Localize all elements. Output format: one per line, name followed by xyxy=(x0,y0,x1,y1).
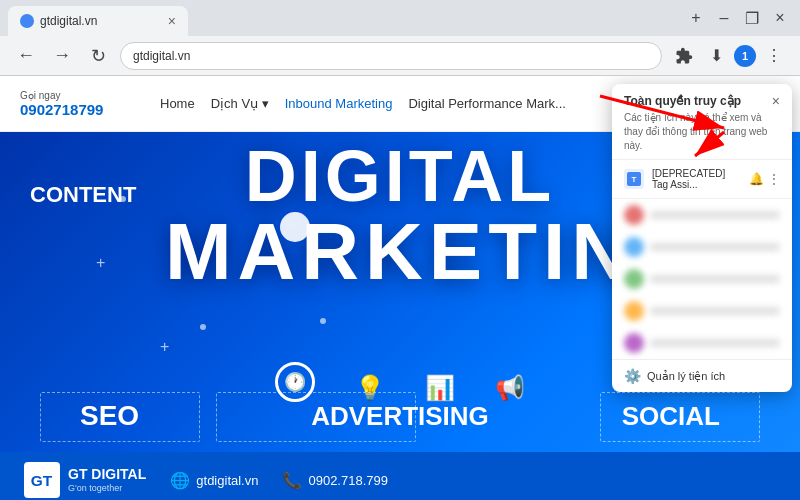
popup-more-button[interactable]: ⋮ xyxy=(768,172,780,186)
new-tab-button[interactable]: + xyxy=(684,6,708,30)
tab-favicon xyxy=(20,14,34,28)
hero-dot-2 xyxy=(200,324,206,330)
popup-close-button[interactable]: × xyxy=(772,94,780,108)
footer-logo-name: GT DIGITAL xyxy=(68,465,146,483)
svg-text:GT: GT xyxy=(31,472,53,489)
browser-tab[interactable]: gtdigital.vn × xyxy=(8,6,188,36)
list-dot-4 xyxy=(624,301,644,321)
hero-seo: SEO xyxy=(80,400,139,432)
footer-phone-info: 📞 0902.718.799 xyxy=(282,471,388,490)
list-dot-5 xyxy=(624,333,644,353)
phone-icon: 📞 xyxy=(282,471,302,490)
extensions-button[interactable] xyxy=(670,42,698,70)
popup-list-item-2 xyxy=(612,231,792,263)
tab-title: gtdigital.vn xyxy=(40,14,162,28)
list-bar-1 xyxy=(650,211,780,219)
webpage: Gọi ngay 0902718799 Home Dịch Vụ ▾ Inbou… xyxy=(0,76,800,500)
globe-icon: 🌐 xyxy=(170,471,190,490)
nav-dich-vu[interactable]: Dịch Vụ ▾ xyxy=(211,96,269,111)
popup-list-item-1 xyxy=(612,199,792,231)
hero-plus-2: + xyxy=(160,338,169,356)
popup-list-item-4 xyxy=(612,295,792,327)
footer-bar: GT GT DIGITAL G'on together 🌐 gtdigital.… xyxy=(0,452,800,500)
minimize-button[interactable]: – xyxy=(712,6,736,30)
nav-links: Home Dịch Vụ ▾ Inbound Marketing Digital… xyxy=(160,96,566,111)
footer-phone: 0902.718.799 xyxy=(308,473,388,488)
list-bar-3 xyxy=(650,275,780,283)
nav-digital-performance[interactable]: Digital Performance Mark... xyxy=(408,96,566,111)
back-button[interactable]: ← xyxy=(12,42,40,70)
extensions-popup-overlay: Toàn quyền truy cập Các tiện ích này có … xyxy=(600,76,800,396)
footer-website-info: 🌐 gtdigital.vn xyxy=(170,471,258,490)
url-text: gtdigital.vn xyxy=(133,49,190,63)
list-bar-2 xyxy=(650,243,780,251)
popup-header-text: Toàn quyền truy cập Các tiện ích này có … xyxy=(624,94,772,153)
popup-main-item: T [DEPRECATED] Tag Assi... 🔔 ⋮ xyxy=(612,160,792,199)
popup-item-favicon: T xyxy=(624,169,644,189)
popup-bell-button[interactable]: 🔔 xyxy=(749,172,764,186)
popup-header: Toàn quyền truy cập Các tiện ích này có … xyxy=(612,84,792,160)
list-dot-3 xyxy=(624,269,644,289)
nav-home[interactable]: Home xyxy=(160,96,195,111)
restore-button[interactable]: ❐ xyxy=(740,6,764,30)
tab-close-button[interactable]: × xyxy=(168,13,176,29)
nav-logo-area: Gọi ngay 0902718799 xyxy=(20,90,120,118)
nav-phone[interactable]: 0902718799 xyxy=(20,101,120,118)
profile-avatar[interactable]: 1 xyxy=(734,45,756,67)
list-bar-5 xyxy=(650,339,780,347)
toolbar-actions: ⬇ 1 ⋮ xyxy=(670,42,788,70)
hero-dot-5 xyxy=(320,318,326,324)
nav-cta-label: Gọi ngay xyxy=(20,90,120,101)
popup-item-actions: 🔔 ⋮ xyxy=(749,172,780,186)
url-input[interactable]: gtdigital.vn xyxy=(120,42,662,70)
hero-advertising: ADVERTISING xyxy=(311,401,489,432)
popup-item-label: [DEPRECATED] Tag Assi... xyxy=(652,168,741,190)
close-browser-button[interactable]: × xyxy=(768,6,792,30)
list-bar-4 xyxy=(650,307,780,315)
gt-digital-svg: GT xyxy=(28,466,56,494)
hero-social: SOCIAL xyxy=(622,401,720,432)
footer-logo-sub: G'on together xyxy=(68,483,146,495)
extensions-popup: Toàn quyền truy cập Các tiện ích này có … xyxy=(612,84,792,392)
forward-button[interactable]: → xyxy=(48,42,76,70)
popup-blurred-list xyxy=(612,199,792,359)
popup-list-item-5 xyxy=(612,327,792,359)
browser-frame: gtdigital.vn × + – ❐ × ← → ↻ gtdigital.v… xyxy=(0,0,800,500)
menu-button[interactable]: ⋮ xyxy=(760,42,788,70)
downloads-button[interactable]: ⬇ xyxy=(702,42,730,70)
hero-white-circle xyxy=(280,212,310,242)
list-dot-1 xyxy=(624,205,644,225)
address-bar: ← → ↻ gtdigital.vn ⬇ 1 ⋮ xyxy=(0,36,800,76)
tab-bar: gtdigital.vn × + – ❐ × xyxy=(0,0,800,36)
hero-megaphone-icon: 📢 xyxy=(495,374,525,402)
popup-list-item-3 xyxy=(612,263,792,295)
footer-logo: GT GT DIGITAL G'on together xyxy=(24,462,146,498)
footer-logo-icon: GT xyxy=(24,462,60,498)
refresh-button[interactable]: ↻ xyxy=(84,42,112,70)
tab-bar-actions: + – ❐ × xyxy=(684,6,792,30)
footer-logo-text: GT DIGITAL G'on together xyxy=(68,465,146,495)
popup-subtitle: Các tiện ích này có thể xem và thay đổi … xyxy=(624,111,772,153)
popup-footer[interactable]: ⚙️ Quản lý tiện ích xyxy=(612,359,792,392)
hero-chart-icon: 📊 xyxy=(425,374,455,402)
nav-inbound-marketing[interactable]: Inbound Marketing xyxy=(285,96,393,111)
list-dot-2 xyxy=(624,237,644,257)
footer-website: gtdigital.vn xyxy=(196,473,258,488)
popup-footer-label: Quản lý tiện ích xyxy=(647,370,725,383)
settings-icon: ⚙️ xyxy=(624,368,641,384)
popup-title: Toàn quyền truy cập xyxy=(624,94,772,108)
